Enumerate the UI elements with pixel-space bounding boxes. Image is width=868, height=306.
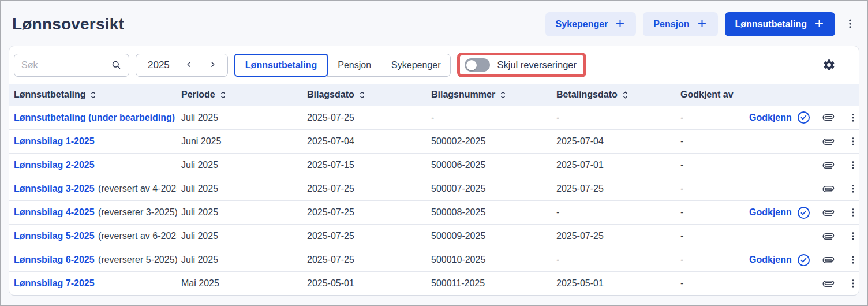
add-sykepenger-button[interactable]: Sykepenger	[545, 12, 637, 36]
column-header-2[interactable]: Periode	[177, 89, 302, 100]
bilagsdato-cell: 2025-07-25	[302, 231, 426, 241]
row-kebab-icon[interactable]	[848, 184, 858, 194]
column-header-4[interactable]: Bilagsnummer	[426, 89, 552, 100]
row-kebab-icon[interactable]	[848, 278, 858, 289]
bilagsnummer-cell: 500006-2025	[426, 160, 552, 170]
payroll-note: (reverserer 5-2025)	[98, 255, 177, 264]
annotation-highlight-box: Skjul reverseringer	[457, 53, 586, 77]
payroll-link[interactable]: Lønnsbilag 3-2025	[14, 184, 95, 193]
sort-icon[interactable]	[358, 91, 366, 99]
row-kebab-icon[interactable]	[848, 207, 858, 218]
chevron-left-icon	[185, 60, 193, 70]
row-kebab-icon[interactable]	[848, 136, 858, 147]
year-picker: 2025	[136, 54, 228, 77]
category-tabs: Lønnsutbetaling Pensjon Sykepenger	[234, 54, 451, 77]
payroll-link[interactable]: Lønnsbilag 7-2025	[14, 278, 95, 288]
column-header-label: Periode	[181, 89, 215, 100]
godkjent-av-cell: -	[676, 113, 749, 123]
bilagsdato-cell: 2025-07-25	[302, 255, 426, 265]
approve-link[interactable]: Godkjenn	[749, 255, 792, 265]
approve-link[interactable]: Godkjenn	[749, 113, 792, 123]
paperclip-icon[interactable]	[821, 205, 836, 221]
sort-icon[interactable]	[219, 91, 227, 99]
add-lonnsutbetaling-label: Lønnsutbetaling	[735, 19, 807, 29]
periode-cell: Juli 2025	[177, 207, 302, 218]
bilagsdato-cell: 2025-07-25	[302, 207, 426, 218]
hide-reversals-toggle[interactable]	[465, 58, 490, 72]
check-circle-icon[interactable]	[797, 206, 810, 219]
bilagsdato-cell: 2025-07-25	[302, 113, 426, 123]
payroll-link[interactable]: Lønnsbilag 4-2025	[14, 207, 95, 217]
payroll-link[interactable]: Lønnsbilag 5-2025	[14, 231, 95, 241]
periode-cell: Juli 2025	[177, 113, 302, 123]
payroll-card: 2025 Lønnsutbetaling Pensjon Sykepenger …	[9, 46, 859, 296]
table-header-row: Lønnsutbetaling Periode Bilagsdato Bilag…	[9, 84, 859, 106]
kebab-icon	[844, 18, 856, 31]
payroll-note: (reversert av 6-2025)	[98, 231, 177, 241]
check-circle-icon[interactable]	[797, 111, 810, 124]
year-prev-button[interactable]	[179, 57, 199, 74]
table-row: Lønnsbilag 2-2025 Juli 2025 2025-07-15 5…	[9, 153, 859, 177]
row-kebab-icon[interactable]	[848, 231, 858, 241]
paperclip-icon[interactable]	[821, 229, 836, 244]
column-header-label: Lønnsutbetaling	[14, 89, 85, 100]
plus-icon	[697, 18, 708, 31]
payroll-link[interactable]: Lønnsbilag 6-2025	[14, 255, 95, 264]
column-header-1[interactable]: Lønnsutbetaling	[9, 89, 177, 100]
tab-sykepenger[interactable]: Sykepenger	[381, 54, 451, 77]
paperclip-icon[interactable]	[821, 158, 836, 173]
plus-icon	[615, 18, 626, 31]
bilagsnummer-cell: 500008-2025	[426, 207, 552, 218]
column-header-6[interactable]: Godkjent av	[676, 89, 749, 100]
sort-icon[interactable]	[89, 91, 97, 99]
payroll-link[interactable]: Lønnsbilag 1-2025	[14, 136, 95, 146]
paperclip-icon[interactable]	[821, 252, 836, 268]
add-pensjon-button[interactable]: Pensjon	[643, 12, 717, 36]
search-input[interactable]	[21, 60, 111, 70]
table-settings-button[interactable]	[820, 56, 838, 74]
table-row: Lønnsbilag 5-2025 (reversert av 6-2025) …	[9, 224, 859, 248]
attachment-cell	[818, 184, 839, 195]
header-kebab-menu[interactable]	[842, 16, 858, 33]
table-row: Lønnsbilag 1-2025 Juni 2025 2025-07-04 5…	[9, 129, 859, 153]
add-sykepenger-label: Sykepenger	[556, 19, 608, 29]
tab-pensjon[interactable]: Pensjon	[327, 54, 381, 77]
payroll-name-cell: Lønnsbilag 6-2025 (reverserer 5-2025)	[9, 255, 177, 265]
bilagsnummer-cell: 500002-2025	[426, 136, 552, 147]
column-header-label: Bilagsdato	[307, 89, 354, 100]
paperclip-icon[interactable]	[821, 181, 836, 197]
row-kebab-icon[interactable]	[848, 255, 858, 265]
attachment-cell	[818, 255, 839, 266]
paperclip-icon[interactable]	[821, 110, 836, 125]
payroll-link[interactable]: Lønnsbilag 2-2025	[14, 160, 95, 170]
check-circle-icon[interactable]	[797, 253, 810, 267]
sort-icon[interactable]	[499, 91, 507, 99]
godkjent-av-cell: -	[676, 207, 749, 218]
bilagsdato-cell: 2025-07-15	[302, 160, 426, 170]
attachment-cell	[818, 278, 839, 289]
tab-lonnsutbetaling[interactable]: Lønnsutbetaling	[234, 54, 328, 77]
payroll-name-cell: Lønnsbilag 5-2025 (reversert av 6-2025)	[9, 231, 177, 241]
attachment-cell	[818, 136, 839, 147]
paperclip-icon[interactable]	[821, 134, 836, 150]
sort-icon[interactable]	[622, 91, 629, 99]
row-menu-cell	[839, 113, 859, 123]
row-kebab-icon[interactable]	[848, 113, 858, 123]
attachment-cell	[818, 112, 839, 123]
column-header-5[interactable]: Betalingsdato	[552, 89, 676, 100]
godkjent-av-cell: -	[676, 184, 749, 194]
row-kebab-icon[interactable]	[848, 160, 858, 170]
godkjent-av-cell: -	[676, 136, 749, 147]
approve-link[interactable]: Godkjenn	[749, 207, 792, 218]
bilagsnummer-cell: 500010-2025	[426, 255, 552, 265]
table-row: Lønnsbilag 7-2025 Mai 2025 2025-05-01 50…	[9, 271, 859, 295]
column-header-3[interactable]: Bilagsdato	[302, 89, 426, 100]
plus-icon	[814, 18, 825, 31]
paperclip-icon[interactable]	[821, 276, 836, 292]
year-next-button[interactable]	[203, 57, 223, 74]
payroll-name-cell: Lønnsbilag 1-2025	[9, 136, 177, 147]
payroll-link[interactable]: Lønnsutbetaling (under bearbeiding)	[14, 113, 175, 122]
add-lonnsutbetaling-button[interactable]: Lønnsutbetaling	[725, 12, 835, 36]
attachment-cell	[818, 207, 839, 218]
header-actions: Sykepenger Pensjon Lønnsutbetaling	[545, 12, 858, 36]
